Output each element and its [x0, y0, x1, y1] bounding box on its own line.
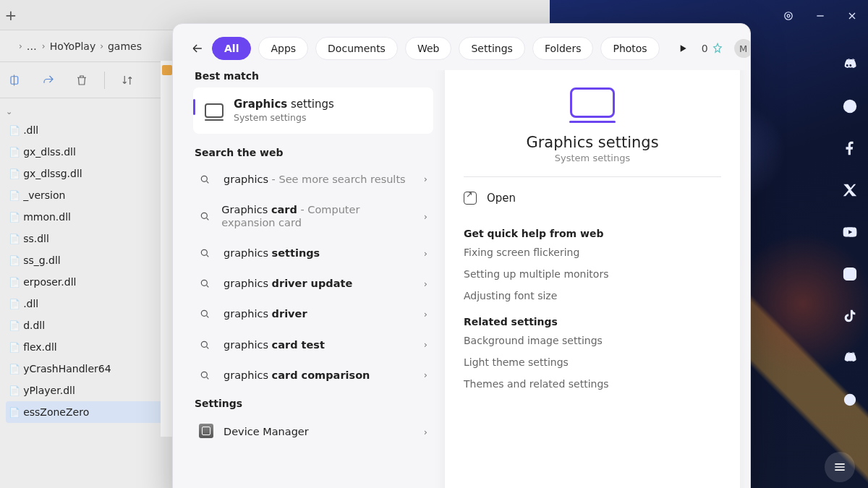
help-link[interactable]: Fixing screen flickering [464, 247, 721, 258]
svg-point-9 [201, 213, 207, 218]
suggestion-label: graphics settings [224, 247, 320, 260]
best-match-title: Graphics settings [234, 98, 334, 112]
best-match-subtitle: System settings [234, 112, 334, 124]
back-button[interactable] [190, 38, 205, 59]
search-icon [199, 308, 213, 320]
rewards-points[interactable]: 0 [702, 42, 724, 55]
svg-point-6 [853, 270, 854, 271]
crumb-ellipsis[interactable]: … [27, 40, 38, 52]
suggestion-label: graphics driver update [224, 277, 352, 290]
device-manager-icon [199, 424, 213, 440]
svg-point-1 [785, 12, 793, 20]
minimize-icon[interactable] [810, 6, 830, 26]
filter-tab-apps[interactable]: Apps [258, 37, 308, 60]
open-external-icon [464, 192, 477, 205]
filter-tab-folders[interactable]: Folders [532, 37, 594, 60]
reddit-icon[interactable] [838, 94, 862, 119]
svg-point-12 [201, 311, 207, 317]
filter-tab-documents[interactable]: Documents [315, 37, 398, 60]
filter-tab-photos[interactable]: Photos [600, 37, 659, 60]
svg-point-2 [787, 14, 790, 17]
best-match-result[interactable]: Graphics settings System settings [193, 87, 433, 134]
related-settings-heading: Related settings [464, 316, 721, 328]
result-preview-card: Graphics settings System settings Open G… [445, 70, 740, 488]
suggestion-label: graphics card test [224, 338, 325, 351]
web-search-suggestion[interactable]: graphics - See more search results› [193, 164, 433, 194]
user-avatar[interactable]: M [734, 39, 751, 58]
points-value: 0 [702, 43, 708, 54]
web-search-suggestion[interactable]: graphics settings› [193, 238, 433, 268]
related-link[interactable]: Light theme settings [464, 356, 721, 368]
chevron-right-icon: › [100, 41, 103, 51]
preview-title: Graphics settings [464, 134, 721, 151]
settings-result[interactable]: Device Manager› [193, 415, 433, 449]
filter-tab-web[interactable]: Web [405, 37, 452, 60]
search-icon [199, 210, 211, 222]
help-link[interactable]: Setting up multiple monitors [464, 268, 721, 280]
chevron-right-icon: › [424, 427, 427, 437]
app-icon [162, 65, 172, 75]
youtube-icon[interactable] [838, 220, 862, 244]
web-search-suggestion[interactable]: Graphics card - Computer expansion card› [193, 194, 433, 238]
help-link[interactable]: Adjusting font size [464, 290, 721, 301]
settings-result-label: Device Manager [224, 425, 309, 438]
related-link[interactable]: Background image settings [464, 335, 721, 346]
svg-point-14 [201, 372, 207, 377]
divider [464, 176, 721, 177]
svg-point-3 [843, 100, 856, 113]
windows-search-panel: AllAppsDocumentsWebSettingsFoldersPhotos… [172, 23, 751, 488]
search-icon [199, 278, 213, 289]
x-icon[interactable] [838, 178, 862, 202]
chevron-right-icon: › [424, 339, 427, 350]
chevron-down-icon[interactable]: ⌄ [6, 107, 12, 116]
sort-icon[interactable] [112, 67, 142, 93]
discord-icon[interactable] [838, 52, 862, 77]
svg-point-5 [847, 271, 852, 276]
chevron-right-icon: › [424, 248, 427, 259]
open-action[interactable]: Open [464, 183, 721, 213]
search-icon [199, 339, 213, 351]
support-icon[interactable] [838, 388, 862, 412]
rename-icon[interactable] [0, 67, 30, 93]
chevron-right-icon: › [42, 41, 46, 51]
search-web-heading: Search the web [195, 147, 433, 158]
close-icon[interactable] [842, 6, 862, 26]
suggestion-label: graphics card comparison [224, 369, 370, 382]
delete-icon[interactable] [67, 67, 97, 93]
new-tab-button[interactable]: + [0, 4, 22, 26]
settings-gear-icon[interactable] [778, 6, 799, 26]
chevron-right-icon: › [424, 278, 427, 289]
crumb-folder[interactable]: games [108, 40, 142, 52]
svg-point-8 [201, 176, 207, 181]
play-icon[interactable] [674, 40, 692, 57]
web-search-suggestion[interactable]: graphics driver update› [193, 268, 433, 299]
facebook-icon[interactable] [838, 136, 862, 160]
display-icon [205, 103, 224, 118]
chevron-right-icon: › [424, 211, 427, 222]
filter-tab-all[interactable]: All [212, 37, 251, 60]
web-search-suggestion[interactable]: graphics card comparison› [193, 360, 433, 390]
toolbar-separator [104, 72, 105, 89]
menu-icon[interactable] [825, 452, 855, 482]
preview-subtitle: System settings [464, 153, 721, 163]
search-icon [199, 174, 213, 185]
suggestion-label: graphics driver [224, 307, 307, 320]
search-icon [199, 369, 213, 381]
chevron-right-icon: › [424, 369, 427, 380]
tiktok-icon[interactable] [838, 304, 862, 328]
web-search-suggestion[interactable]: graphics driver› [193, 299, 433, 329]
filter-tab-settings[interactable]: Settings [459, 37, 524, 60]
suggestion-label: graphics - See more search results [224, 173, 406, 186]
chevron-right-icon: › [424, 309, 427, 320]
related-link[interactable]: Themes and related settings [464, 378, 721, 390]
share-icon[interactable] [33, 67, 64, 93]
chevron-right-icon: › [19, 41, 22, 51]
display-large-icon [570, 87, 615, 118]
web-search-suggestion[interactable]: graphics card test› [193, 330, 433, 360]
discord2-icon[interactable] [838, 346, 862, 370]
suggestion-label: Graphics card - Computer expansion card [221, 203, 413, 229]
search-filter-tabs: AllAppsDocumentsWebSettingsFoldersPhotos… [173, 24, 750, 70]
search-icon [199, 247, 213, 259]
crumb-folder[interactable]: HoYoPlay [50, 40, 96, 52]
instagram-icon[interactable] [838, 262, 862, 286]
